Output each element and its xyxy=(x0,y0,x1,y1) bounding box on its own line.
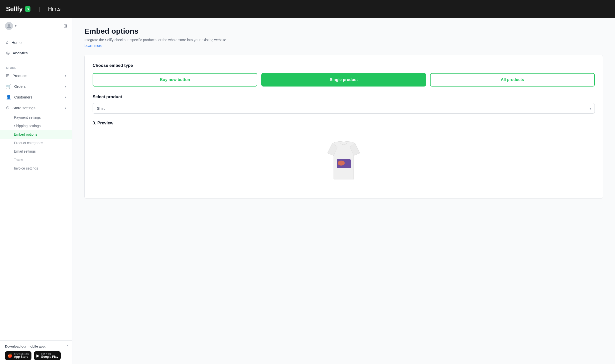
store-settings-chevron-icon: ▴ xyxy=(65,106,66,110)
sidebar-item-store-settings[interactable]: ⊙ Store settings ▴ xyxy=(0,102,72,113)
sidebar: ▾ ⊞ ⌂ Home ◎ Analytics Store ⊞ Products … xyxy=(0,18,72,364)
sidebar-item-embed-options[interactable]: Embed options xyxy=(0,130,72,139)
store-settings-subnav: Payment settings Shipping settings Embed… xyxy=(0,113,72,173)
sidebar-item-customers-label: Customers xyxy=(14,95,32,99)
analytics-icon: ◎ xyxy=(6,50,10,56)
home-icon: ⌂ xyxy=(6,40,8,45)
logo-text: Sellfy xyxy=(6,5,22,13)
sidebar-item-products[interactable]: ⊞ Products ▾ xyxy=(0,70,72,81)
sidebar-item-taxes[interactable]: Taxes xyxy=(0,156,72,164)
logo-badge: S xyxy=(25,6,30,12)
main-nav: ⌂ Home ◎ Analytics xyxy=(0,34,72,61)
sidebar-item-home[interactable]: ⌂ Home xyxy=(0,37,72,48)
sidebar-item-invoice-settings[interactable]: Invoice settings xyxy=(0,164,72,173)
sidebar-item-home-label: Home xyxy=(11,40,21,45)
header-title: Hints xyxy=(48,6,61,12)
shipping-settings-label: Shipping settings xyxy=(14,124,41,128)
store-settings-icon: ⊙ xyxy=(6,105,9,110)
orders-icon: 🛒 xyxy=(6,84,11,89)
top-header: Sellfy S | Hints xyxy=(0,0,615,18)
preview-label: 3. Preview xyxy=(93,121,595,126)
email-settings-label: Email settings xyxy=(14,149,36,153)
all-products-button[interactable]: All products xyxy=(430,73,595,87)
google-play-button[interactable]: ▶ GET IT ON Google Play xyxy=(34,351,61,360)
product-categories-label: Product categories xyxy=(14,141,43,145)
customers-chevron-icon: ▾ xyxy=(65,95,66,99)
sidebar-item-orders[interactable]: 🛒 Orders ▾ xyxy=(0,81,72,92)
sidebar-item-analytics[interactable]: ◎ Analytics xyxy=(0,48,72,58)
app-store-button[interactable]: 🍎 Download on the App Store xyxy=(5,351,31,360)
main-content: Embed options Integrate the Sellfy check… xyxy=(72,18,615,364)
banner-title: Download our mobile app: xyxy=(5,345,67,348)
apple-icon: 🍎 xyxy=(7,353,12,358)
embed-options-label: Embed options xyxy=(14,132,37,136)
invoice-settings-label: Invoice settings xyxy=(14,166,38,170)
embed-card: Choose embed type Buy now button Single … xyxy=(84,55,603,199)
sidebar-top: ▾ ⊞ xyxy=(0,18,72,34)
buy-now-button[interactable]: Buy now button xyxy=(93,73,257,87)
orders-chevron-icon: ▾ xyxy=(65,85,66,88)
avatar xyxy=(5,22,13,30)
google-play-text: GET IT ON Google Play xyxy=(41,353,58,359)
mobile-app-banner: × Download our mobile app: 🍎 Download on… xyxy=(0,340,72,364)
customers-icon: 👤 xyxy=(6,94,11,100)
shirt-preview xyxy=(319,136,369,185)
sidebar-item-shipping-settings[interactable]: Shipping settings xyxy=(0,122,72,130)
app-store-main: App Store xyxy=(14,355,29,359)
grid-icon[interactable]: ⊞ xyxy=(63,23,67,29)
page-title: Embed options xyxy=(84,27,603,35)
sidebar-item-products-label: Products xyxy=(12,74,27,78)
store-nav: Store ⊞ Products ▾ 🛒 Orders ▾ 👤 Customer… xyxy=(0,61,72,176)
logo-area: Sellfy S xyxy=(6,5,30,13)
sidebar-item-store-settings-label: Store settings xyxy=(12,106,35,110)
user-area[interactable]: ▾ xyxy=(5,22,16,30)
svg-point-1 xyxy=(338,161,345,166)
products-icon: ⊞ xyxy=(6,73,9,78)
google-play-icon: ▶ xyxy=(36,353,39,358)
products-chevron-icon: ▾ xyxy=(65,74,66,78)
header-divider: | xyxy=(38,5,40,12)
banner-close-button[interactable]: × xyxy=(67,344,69,348)
product-select[interactable]: Shirt xyxy=(93,103,595,114)
select-product-label: Select product xyxy=(93,94,595,99)
preview-area xyxy=(93,131,595,190)
user-chevron-icon: ▾ xyxy=(15,24,16,28)
store-badges: 🍎 Download on the App Store ▶ GET IT ON … xyxy=(5,351,67,360)
sidebar-item-analytics-label: Analytics xyxy=(13,51,28,55)
single-product-button[interactable]: Single product xyxy=(261,73,426,87)
sidebar-item-payment-settings[interactable]: Payment settings xyxy=(0,113,72,122)
sidebar-item-email-settings[interactable]: Email settings xyxy=(0,147,72,156)
page-description: Integrate the Sellfy checkout, specific … xyxy=(84,38,603,42)
product-select-wrapper: Shirt ▾ xyxy=(93,103,595,114)
google-play-top: GET IT ON xyxy=(41,353,58,355)
app-store-text: Download on the App Store xyxy=(14,353,29,359)
taxes-label: Taxes xyxy=(14,158,23,162)
sidebar-item-product-categories[interactable]: Product categories xyxy=(0,139,72,147)
store-section-label: Store xyxy=(0,64,72,70)
google-play-main: Google Play xyxy=(41,355,58,359)
embed-type-label: Choose embed type xyxy=(93,63,595,68)
learn-more-link[interactable]: Learn more xyxy=(84,44,102,48)
user-icon xyxy=(7,24,11,28)
payment-settings-label: Payment settings xyxy=(14,115,41,119)
embed-type-row: Buy now button Single product All produc… xyxy=(93,73,595,87)
layout: ▾ ⊞ ⌂ Home ◎ Analytics Store ⊞ Products … xyxy=(0,18,615,364)
app-store-top: Download on the xyxy=(14,353,29,355)
sidebar-item-orders-label: Orders xyxy=(14,84,26,89)
sidebar-item-customers[interactable]: 👤 Customers ▾ xyxy=(0,92,72,102)
